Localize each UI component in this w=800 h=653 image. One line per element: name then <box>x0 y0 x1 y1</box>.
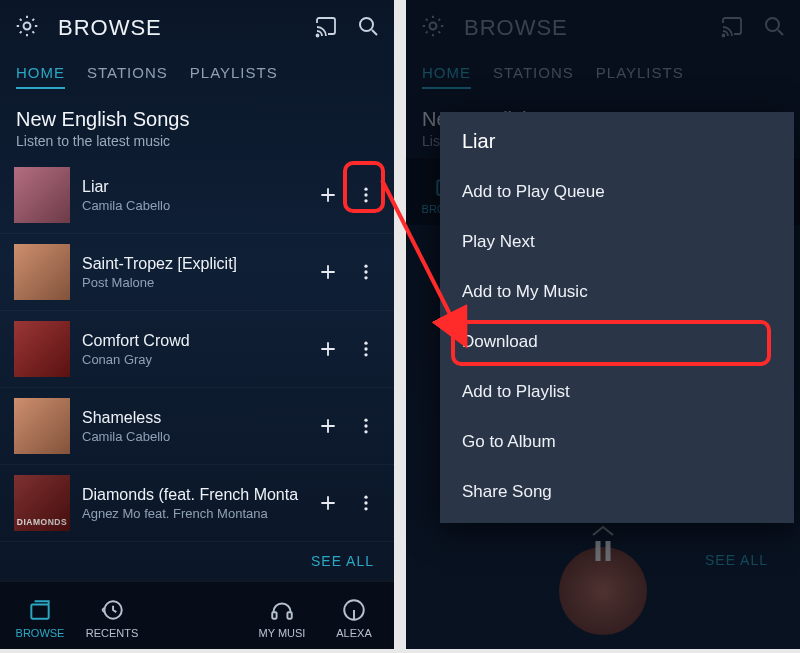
song-title: Comfort Crowd <box>82 332 302 350</box>
svg-point-9 <box>364 342 367 345</box>
gear-icon[interactable] <box>420 13 446 43</box>
svg-point-11 <box>364 353 367 356</box>
add-icon[interactable] <box>314 489 342 517</box>
svg-point-17 <box>364 507 367 510</box>
svg-point-10 <box>364 347 367 350</box>
nav-browse[interactable]: BROWSE <box>4 588 76 647</box>
album-art <box>14 321 70 377</box>
svg-point-7 <box>364 270 367 273</box>
song-title: Shameless <box>82 409 302 427</box>
cast-icon[interactable] <box>314 14 338 42</box>
now-playing-bar[interactable] <box>406 525 800 581</box>
context-menu-item[interactable]: Share Song <box>440 467 794 517</box>
context-menu-item[interactable]: Add to Play Queue <box>440 167 794 217</box>
song-actions <box>314 335 380 363</box>
svg-point-24 <box>723 35 725 37</box>
add-icon[interactable] <box>314 258 342 286</box>
song-text: Diamonds (feat. French MontaAgnez Mo fea… <box>82 486 302 521</box>
song-title: Liar <box>82 178 302 196</box>
tabs: HOME STATIONS PLAYLISTS <box>0 56 394 96</box>
add-icon[interactable] <box>314 181 342 209</box>
song-row[interactable]: Comfort CrowdConan Gray <box>0 311 394 388</box>
svg-point-12 <box>364 419 367 422</box>
tab-stations[interactable]: STATIONS <box>493 64 574 89</box>
gear-icon[interactable] <box>14 13 40 43</box>
top-bar: BROWSE <box>406 0 800 56</box>
album-art <box>14 244 70 300</box>
song-actions <box>314 412 380 440</box>
song-text: Saint-Tropez [Explicit]Post Malone <box>82 255 302 290</box>
nav-recents-label: RECENTS <box>86 627 139 639</box>
nav-alexa[interactable]: ALEXA <box>318 588 390 647</box>
context-menu-title: Liar <box>440 112 794 167</box>
see-all: SEE ALL <box>0 542 394 578</box>
svg-point-1 <box>317 35 319 37</box>
song-actions <box>314 258 380 286</box>
context-menu-item[interactable]: Go to Album <box>440 417 794 467</box>
song-row[interactable]: Diamonds (feat. French MontaAgnez Mo fea… <box>0 465 394 542</box>
svg-point-15 <box>364 496 367 499</box>
album-art <box>14 167 70 223</box>
song-text: LiarCamila Cabello <box>82 178 302 213</box>
song-list: LiarCamila CabelloSaint-Tropez [Explicit… <box>0 157 394 542</box>
song-row[interactable]: ShamelessCamila Cabello <box>0 388 394 465</box>
song-artist: Post Malone <box>82 275 302 290</box>
svg-point-6 <box>364 265 367 268</box>
svg-rect-27 <box>606 541 611 561</box>
phone-screenshot-left: BROWSE HOME STATIONS PLAYLISTS New Engli… <box>0 0 394 649</box>
svg-point-23 <box>430 23 437 30</box>
more-icon[interactable] <box>352 412 380 440</box>
song-artist: Camila Cabello <box>82 198 302 213</box>
song-text: Comfort CrowdConan Gray <box>82 332 302 367</box>
nav-browse-label: BROWSE <box>16 627 65 639</box>
svg-point-3 <box>364 188 367 191</box>
svg-point-8 <box>364 276 367 279</box>
see-all-link[interactable]: SEE ALL <box>311 553 374 569</box>
page-title: BROWSE <box>58 15 162 41</box>
nav-mymusic-label: MY MUSI <box>259 627 306 639</box>
svg-rect-21 <box>287 612 291 619</box>
svg-point-4 <box>364 193 367 196</box>
context-menu-item[interactable]: Play Next <box>440 217 794 267</box>
song-actions <box>314 489 380 517</box>
song-title: Diamonds (feat. French Monta <box>82 486 302 504</box>
tab-home[interactable]: HOME <box>422 64 471 89</box>
song-actions <box>314 181 380 209</box>
album-art <box>14 398 70 454</box>
song-artist: Agnez Mo feat. French Montana <box>82 506 302 521</box>
svg-point-0 <box>24 23 31 30</box>
svg-point-16 <box>364 501 367 504</box>
nav-mymusic[interactable]: MY MUSI <box>246 588 318 647</box>
tab-home[interactable]: HOME <box>16 64 65 89</box>
more-icon[interactable] <box>352 258 380 286</box>
context-menu-item[interactable]: Add to Playlist <box>440 367 794 417</box>
nav-alexa-label: ALEXA <box>336 627 371 639</box>
song-row[interactable]: LiarCamila Cabello <box>0 157 394 234</box>
pause-icon[interactable] <box>588 536 618 570</box>
nav-recents[interactable]: RECENTS <box>76 588 148 647</box>
context-menu: Liar Add to Play QueuePlay NextAdd to My… <box>440 112 794 523</box>
svg-point-25 <box>766 18 779 31</box>
add-icon[interactable] <box>314 412 342 440</box>
add-icon[interactable] <box>314 335 342 363</box>
song-row[interactable]: Saint-Tropez [Explicit]Post Malone <box>0 234 394 311</box>
svg-rect-18 <box>31 604 48 618</box>
more-icon[interactable] <box>352 335 380 363</box>
search-icon[interactable] <box>356 14 380 42</box>
tabs: HOME STATIONS PLAYLISTS <box>406 56 800 96</box>
section-title: New English Songs <box>16 108 378 131</box>
tab-stations[interactable]: STATIONS <box>87 64 168 89</box>
search-icon[interactable] <box>762 14 786 42</box>
more-icon[interactable] <box>352 489 380 517</box>
svg-point-5 <box>364 199 367 202</box>
tab-playlists[interactable]: PLAYLISTS <box>596 64 684 89</box>
tab-playlists[interactable]: PLAYLISTS <box>190 64 278 89</box>
cast-icon[interactable] <box>720 14 744 42</box>
song-text: ShamelessCamila Cabello <box>82 409 302 444</box>
more-icon[interactable] <box>352 181 380 209</box>
album-art <box>14 475 70 531</box>
svg-rect-26 <box>596 541 601 561</box>
song-artist: Conan Gray <box>82 352 302 367</box>
context-menu-item[interactable]: Download <box>440 317 794 367</box>
context-menu-item[interactable]: Add to My Music <box>440 267 794 317</box>
